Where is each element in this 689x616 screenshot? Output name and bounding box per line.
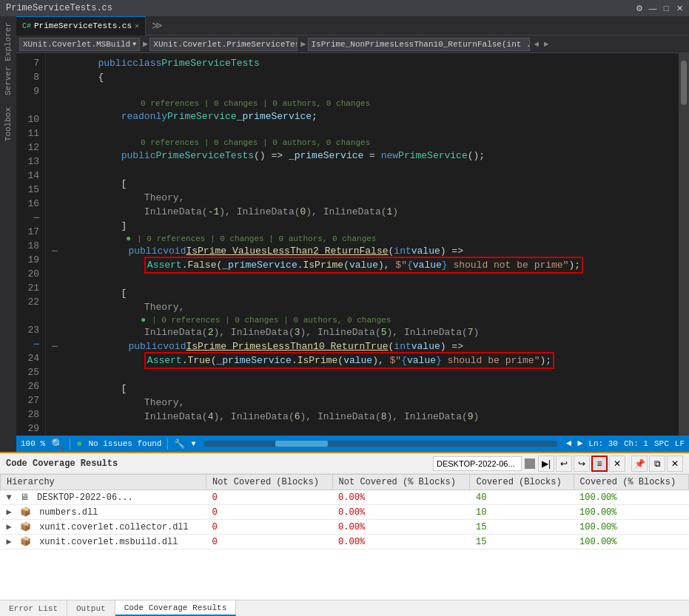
coverage-row-numbers[interactable]: ▶ 📦 numbers.dll 0 0.00% 10 100.00% (1, 505, 689, 520)
editor-tab-active[interactable]: C# PrimeServiceTests.cs ✕ (16, 16, 146, 35)
panel-report-button[interactable]: ≡ (591, 456, 608, 472)
msbuild-cov-pct: 100.00% (579, 537, 616, 547)
code-line-26 (52, 368, 679, 382)
dll-icon-msbuild: 📦 (20, 537, 31, 547)
status-right: Ln: 30 Ch: 1 SPC LF (588, 439, 685, 448)
nav-dropdown-project-label: XUnit.Coverlet.MSBuild (23, 40, 130, 49)
status-zoom[interactable]: 100 % (21, 439, 45, 448)
nav-dropdown-method[interactable]: IsPrime_NonPrimesLessThan10_ReturnFalse(… (308, 38, 530, 51)
nav-dropdown-method-label: IsPrime_NonPrimesLessThan10_ReturnFalse(… (312, 40, 530, 49)
collector-cov-pct: 100.00% (579, 522, 616, 532)
line-numbers: 7 8 9 10 11 12 13 14 15 16 ─ 17 18 19 20… (16, 53, 46, 436)
tab-close-icon[interactable]: ✕ (135, 21, 139, 30)
desktop-not-cov-pct: 0.00% (338, 493, 365, 503)
row-name-collector: xunit.coverlet.collector.dll (39, 522, 189, 532)
bottom-panel: Code Coverage Results ▶| ↩ ↪ ≡ ✕ 📌 ⧉ ✕ H… (0, 452, 689, 600)
nav-arrows: ◄ ► (531, 40, 552, 49)
panel-redo-button[interactable]: ↪ (574, 456, 590, 472)
ref-info-12: 0 references | 0 changes | 0 authors, 0 … (52, 138, 679, 149)
panel-input-icon (525, 458, 535, 469)
panel-search-input[interactable] (433, 456, 522, 471)
editor-scrollbar[interactable] (679, 53, 689, 436)
row-name-desktop: DESKTOP-2022-06... (37, 493, 133, 503)
code-line-23: InlineData(2), InlineData(3), InlineData… (52, 325, 679, 339)
csharp-icon: C# (22, 22, 31, 30)
panel-clear-button[interactable]: ✕ (609, 456, 625, 472)
code-line-21: [ (52, 286, 679, 300)
expand-arrow-desktop[interactable]: ▼ (7, 493, 12, 503)
minimize-button[interactable]: — (646, 1, 659, 15)
status-scroll-track[interactable] (204, 441, 557, 447)
desktop-cov-blocks: 40 (476, 493, 486, 503)
code-line-27: [ (52, 382, 679, 396)
panel-close-panel-button[interactable]: ✕ (667, 456, 683, 472)
sidebar-tabs: Server Explorer Toolbox (0, 16, 16, 452)
nav-dropdown-arrow1: ▼ (132, 41, 136, 47)
coverage-table[interactable]: Hierarchy Not Covered (Blocks) Not Cover… (0, 474, 689, 600)
status-scroll-thumb (275, 441, 328, 447)
status-ok-icon: ● (76, 438, 82, 450)
panel-toolbar: ▶| ↩ ↪ ≡ ✕ (433, 456, 625, 472)
status-tool-icon: 🔧 (174, 439, 185, 450)
col-header-covered-blocks[interactable]: Covered (Blocks) (470, 475, 574, 490)
status-line-ending: LF (675, 439, 685, 448)
col-header-covered-pct[interactable]: Covered (% Blocks) (574, 475, 688, 490)
ref-info-22b: ● | 0 references | 0 changes | 0 authors… (52, 314, 679, 325)
nav-dropdown-class[interactable]: XUnit.Coverlet.PrimeServiceTests ▼ (149, 38, 298, 51)
code-line-11 (52, 123, 679, 138)
status-line: Ln: 30 (588, 439, 618, 448)
panel-undo-button[interactable]: ↩ (556, 456, 572, 472)
expand-arrow-collector[interactable]: ▶ (7, 522, 12, 532)
scrollbar-thumb (681, 61, 687, 105)
code-line-20 (52, 272, 679, 286)
tab-output[interactable]: Output (67, 600, 115, 616)
sidebar-server-explorer[interactable]: Server Explorer (2, 16, 14, 101)
status-dropdown-arrow[interactable]: ▼ (191, 440, 195, 448)
code-line-8: { (52, 70, 679, 84)
status-icon: 🔍 (51, 438, 64, 450)
dll-icon-numbers: 📦 (20, 507, 31, 518)
code-line-28: Theory, (52, 396, 679, 410)
msbuild-not-cov-pct: 0.00% (338, 537, 365, 547)
tab-code-coverage-results[interactable]: Code Coverage Results (115, 600, 237, 616)
code-line-12: public PrimeServiceTests() => _primeServ… (52, 149, 679, 163)
status-sep2 (167, 438, 168, 450)
col-header-not-covered-pct[interactable]: Not Covered (% Blocks) (332, 475, 470, 490)
panel-run-button[interactable]: ▶| (538, 456, 554, 472)
msbuild-not-cov-blocks: 0 (212, 537, 217, 547)
panel-window-controls: 📌 ⧉ ✕ (631, 456, 683, 472)
desktop-not-cov-blocks: 0 (212, 493, 217, 503)
panel-title: Code Coverage Results (6, 458, 118, 469)
main-layout: Server Explorer Toolbox C# PrimeServiceT… (0, 16, 689, 452)
sidebar-toolbox[interactable]: Toolbox (2, 101, 14, 147)
expand-arrow-msbuild[interactable]: ▶ (7, 537, 12, 547)
code-line-7: public class PrimeServiceTests (52, 56, 679, 70)
row-name-msbuild: xunit.coverlet.msbuild.dll (39, 537, 178, 547)
panel-float-button[interactable]: ⧉ (649, 456, 665, 472)
coverage-row-msbuild[interactable]: ▶ 📦 xunit.coverlet.msbuild.dll 0 0.00% 1… (1, 535, 689, 549)
code-line-15: Theory, (52, 191, 679, 205)
coverage-row-collector[interactable]: ▶ 📦 xunit.coverlet.collector.dll 0 0.00%… (1, 520, 689, 535)
col-header-not-covered-blocks[interactable]: Not Covered (Blocks) (206, 475, 332, 490)
status-scroll-right[interactable]: ► (577, 439, 582, 449)
maximize-button[interactable]: □ (659, 1, 673, 15)
code-content[interactable]: public class PrimeServiceTests { 0 refer… (46, 53, 679, 436)
col-header-hierarchy[interactable]: Hierarchy (1, 475, 206, 490)
close-button[interactable]: ✕ (673, 1, 686, 15)
code-line-17: ] (52, 219, 679, 233)
panel-pin-button[interactable]: 📌 (631, 456, 648, 472)
expand-arrow-numbers[interactable]: ▶ (7, 507, 12, 518)
nav-dropdown-project[interactable]: XUnit.Coverlet.MSBuild ▼ (19, 38, 140, 51)
status-scroll-left[interactable]: ◄ (566, 439, 571, 449)
tab-bar: C# PrimeServiceTests.cs ✕ ≫ (16, 16, 689, 35)
code-editor[interactable]: 7 8 9 10 11 12 13 14 15 16 ─ 17 18 19 20… (16, 53, 689, 436)
dll-icon-collector: 📦 (20, 522, 31, 532)
tab-error-list[interactable]: Error List (0, 600, 67, 616)
settings-button[interactable]: ⚙ (633, 1, 646, 15)
ref-info-17b: ● | 0 references | 0 changes | 0 authors… (52, 233, 679, 244)
collector-not-cov-pct: 0.00% (338, 522, 365, 532)
numbers-not-cov-blocks: 0 (212, 507, 217, 518)
editor-tab-label: PrimeServiceTests.cs (34, 21, 132, 30)
coverage-row-desktop[interactable]: ▼ 🖥 DESKTOP-2022-06... 0 0.00% 40 100.00… (1, 490, 689, 505)
tab-add-button[interactable]: ≫ (146, 19, 169, 32)
